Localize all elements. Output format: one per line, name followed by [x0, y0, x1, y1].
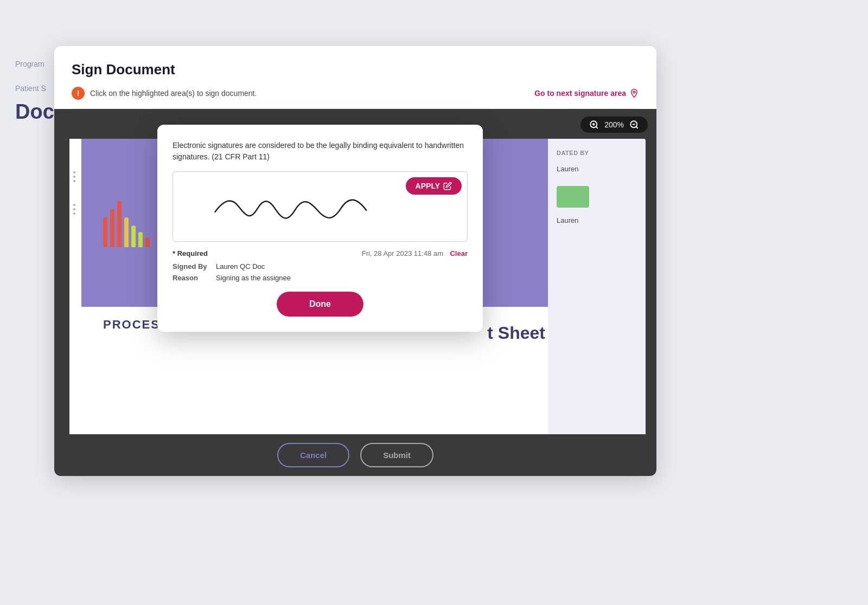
panel-title: Sign Document: [72, 61, 639, 78]
zoom-in-button[interactable]: [589, 120, 599, 130]
timestamp: Fri, 28 Apr 2023 11:48 am: [362, 249, 443, 258]
info-text: Click on the highlighted area(s) to sign…: [90, 89, 257, 98]
info-left: ! Click on the highlighted area(s) to si…: [72, 87, 257, 100]
signed-by-value: Lauren QC Doc: [216, 262, 265, 271]
svg-point-0: [633, 91, 635, 93]
dated-by-label: DATED BY: [557, 150, 637, 156]
bg-patient-text: Patient S: [15, 84, 46, 93]
dated-by-name1: Lauren: [557, 165, 637, 173]
next-sig-label: Go to next signature area: [534, 89, 626, 98]
reason-label: Reason: [173, 274, 216, 282]
zoom-level: 200%: [604, 120, 624, 129]
panel-header: Sign Document ! Click on the highlighted…: [54, 46, 656, 109]
dated-by-name2: Lauren: [557, 216, 637, 224]
warning-icon: !: [72, 87, 85, 100]
bg-program-text: Program: [15, 60, 44, 68]
zoom-controls: 200%: [580, 117, 648, 133]
reason-row: Reason Signing as the assignee: [173, 274, 468, 282]
doc-left-bar: [65, 139, 69, 434]
bar-chart: [103, 198, 150, 247]
signature-box[interactable]: APPLY: [173, 171, 468, 242]
zoom-out-button[interactable]: [629, 120, 639, 130]
bg-doc-text: Doc: [15, 100, 54, 124]
svg-line-2: [596, 126, 598, 128]
panel-bottom: Cancel Submit: [54, 434, 656, 476]
svg-line-6: [636, 126, 637, 128]
apply-label: APPLY: [416, 182, 440, 190]
signed-by-label: Signed By: [173, 262, 216, 271]
apply-button[interactable]: APPLY: [406, 177, 462, 195]
reason-value: Signing as the assignee: [216, 274, 291, 282]
green-box: [557, 186, 589, 208]
required-label: * Required: [173, 249, 208, 258]
sig-meta-row: * Required Fri, 28 Apr 2023 11:48 am Cle…: [173, 248, 468, 258]
doc-sidebar-dots: [73, 171, 75, 215]
timestamp-clear: Fri, 28 Apr 2023 11:48 am Clear: [362, 248, 468, 258]
info-bar: ! Click on the highlighted area(s) to si…: [72, 87, 639, 109]
done-button[interactable]: Done: [277, 292, 363, 317]
pin-icon: [629, 88, 639, 98]
doc-right-panel: DATED BY Lauren Lauren: [548, 139, 646, 434]
signature-dialog: Electronic signatures are considered to …: [157, 125, 483, 332]
clear-button[interactable]: Clear: [450, 249, 468, 258]
next-signature-link[interactable]: Go to next signature area: [534, 88, 639, 98]
cancel-button[interactable]: Cancel: [277, 443, 349, 467]
pen-icon: [443, 182, 452, 190]
signed-by-row: Signed By Lauren QC Doc: [173, 262, 468, 271]
sheet-text: t Sheet: [487, 323, 545, 343]
done-btn-wrap: Done: [173, 292, 468, 317]
submit-button[interactable]: Submit: [360, 443, 433, 467]
legal-text: Electronic signatures are considered to …: [173, 140, 468, 163]
